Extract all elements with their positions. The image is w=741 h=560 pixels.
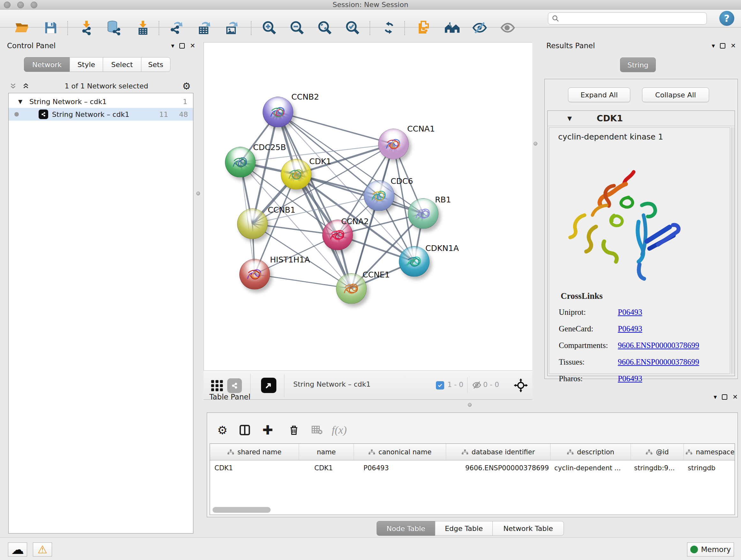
delete-column-trash-icon[interactable] <box>286 422 302 438</box>
show-all-button[interactable] <box>500 20 516 36</box>
table-panel-menu-icon[interactable]: ▾ <box>714 393 717 401</box>
hide-selected-button[interactable] <box>472 20 488 36</box>
expand-all-icon[interactable] <box>21 82 30 90</box>
help-button[interactable]: ? <box>719 11 734 26</box>
collapse-all-icon[interactable] <box>8 82 18 90</box>
search-input[interactable] <box>548 12 707 24</box>
crosslink-link[interactable]: P06493 <box>618 374 642 383</box>
import-network-database-button[interactable] <box>106 20 122 36</box>
table-cell[interactable]: 9606.ENSP00000378699 <box>446 464 550 472</box>
gene-section-header[interactable]: ▼ CDK1 <box>548 111 735 126</box>
update-button[interactable] <box>381 20 397 36</box>
gene-description: cyclin-dependent kinase 1 <box>558 132 730 141</box>
table-row[interactable]: CDK1CDK1P064939606.ENSP00000378699cyclin… <box>210 460 735 476</box>
crosslink-link[interactable]: P06493 <box>618 308 642 317</box>
tab-style[interactable]: Style <box>70 57 103 72</box>
network-node-CDC6[interactable] <box>364 180 394 211</box>
network-node-CCNB2[interactable] <box>263 97 293 127</box>
crosslink-link[interactable]: P06493 <box>618 324 642 333</box>
network-node-CDC25B[interactable] <box>225 147 256 178</box>
network-node-CDK1[interactable] <box>281 159 312 190</box>
control-panel-close-icon[interactable]: ✕ <box>190 42 195 50</box>
tab-edge-table[interactable]: Edge Table <box>435 521 493 536</box>
column-header-@id[interactable]: @id <box>631 444 684 460</box>
tab-network-table[interactable]: Network Table <box>492 521 564 536</box>
expand-all-button[interactable]: Expand All <box>568 87 630 102</box>
column-header-database-identifier[interactable]: database identifier <box>446 444 550 460</box>
table-cell[interactable]: CDK1 <box>299 464 354 472</box>
minimize-window-icon[interactable] <box>17 2 24 8</box>
network-node-CCNE1[interactable] <box>336 273 367 304</box>
open-in-window-icon[interactable] <box>261 378 276 393</box>
delete-table-icon <box>309 422 325 438</box>
results-panel-menu-icon[interactable]: ▾ <box>712 42 715 50</box>
zoom-in-button[interactable] <box>261 20 277 36</box>
crosslink-link[interactable]: 9606.ENSP00000378699 <box>618 341 699 350</box>
network-canvas[interactable]: CCNB2CCNA1CDC25BCDK1CDC6RB1CCNB1CCNA2CDK… <box>204 42 532 370</box>
tab-string[interactable]: String <box>620 57 656 72</box>
network-view-share-icon[interactable] <box>227 378 242 393</box>
memory-button[interactable]: Memory <box>687 543 734 557</box>
column-header-canonical-name[interactable]: canonical name <box>354 444 446 460</box>
table-settings-gear-icon[interactable]: ⚙ <box>214 422 231 438</box>
collection-expand-icon[interactable]: ▼ <box>18 98 22 105</box>
node-label-CDC25B: CDC25B <box>253 143 286 152</box>
table-hscrollbar[interactable] <box>212 507 271 513</box>
control-panel-float-icon[interactable] <box>179 43 185 49</box>
network-row[interactable]: String Network – cdk1 11 48 <box>9 108 193 121</box>
close-window-icon[interactable] <box>4 2 10 8</box>
tab-select[interactable]: Select <box>103 57 141 72</box>
zoom-selected-button[interactable] <box>345 20 360 36</box>
export-table-button[interactable] <box>197 20 212 36</box>
export-network-button[interactable] <box>169 20 185 36</box>
table-panel-float-icon[interactable] <box>722 394 727 400</box>
table-cell[interactable]: stringdb:9... <box>631 464 684 472</box>
network-collection-row[interactable]: ▼ String Network – cdk1 1 <box>9 95 193 108</box>
table-panel-close-icon[interactable]: ✕ <box>732 393 738 401</box>
warnings-button[interactable]: ⚠ <box>33 543 52 557</box>
crosslink-link[interactable]: 9606.ENSP00000378699 <box>618 358 699 367</box>
control-panel-menu-icon[interactable]: ▾ <box>171 42 174 50</box>
left-splitter-handle[interactable] <box>196 192 200 195</box>
network-node-HIST1H1A[interactable] <box>239 259 270 290</box>
column-header-description[interactable]: description <box>550 444 631 460</box>
zoom-fit-button[interactable] <box>317 20 333 36</box>
table-cell[interactable]: CDK1 <box>210 464 299 472</box>
column-header-name[interactable]: name <box>299 444 354 460</box>
network-node-RB1[interactable] <box>408 198 439 229</box>
export-image-button[interactable] <box>224 20 240 36</box>
first-neighbors-button[interactable] <box>444 20 460 36</box>
create-column-plus-icon[interactable]: ✚ <box>259 422 276 438</box>
results-scrollbar[interactable] <box>731 127 735 374</box>
zoom-window-icon[interactable] <box>30 2 37 8</box>
column-header-namespace[interactable]: namespace <box>684 444 735 460</box>
import-table-button[interactable] <box>135 20 151 36</box>
network-node-CDKN1A[interactable] <box>399 246 429 277</box>
tab-network[interactable]: Network <box>24 57 70 72</box>
right-splitter-handle[interactable] <box>534 142 537 145</box>
selected-checkbox-icon[interactable] <box>436 381 444 389</box>
table-cell[interactable]: stringdb <box>684 464 735 472</box>
import-network-file-button[interactable] <box>78 20 94 36</box>
column-header-shared-name[interactable]: shared name <box>210 444 299 460</box>
save-session-button[interactable] <box>43 20 59 36</box>
table-cell[interactable]: P06493 <box>354 464 446 472</box>
results-panel-float-icon[interactable] <box>720 43 725 49</box>
gene-collapse-icon[interactable]: ▼ <box>567 115 572 122</box>
gene-name: CDK1 <box>597 113 623 123</box>
table-cell[interactable]: cyclin-dependent ... <box>550 464 631 472</box>
network-node-CCNA1[interactable] <box>378 129 409 159</box>
results-panel-close-icon[interactable]: ✕ <box>731 42 736 50</box>
network-options-gear-icon[interactable]: ⚙ <box>182 80 191 91</box>
automation-cloud-button[interactable]: ☁ <box>8 543 27 557</box>
tab-sets[interactable]: Sets <box>141 57 171 72</box>
horizontal-splitter-handle[interactable] <box>468 403 472 407</box>
open-session-button[interactable] <box>14 20 30 36</box>
tab-node-table[interactable]: Node Table <box>377 521 435 536</box>
show-columns-icon[interactable] <box>237 422 253 438</box>
clone-network-button[interactable] <box>416 20 432 36</box>
collapse-all-button[interactable]: Collapse All <box>642 87 709 102</box>
gene-details: cyclin-dependent kinase 1 <box>549 127 730 374</box>
network-node-CCNB1[interactable] <box>237 208 268 239</box>
zoom-out-button[interactable] <box>289 20 305 36</box>
